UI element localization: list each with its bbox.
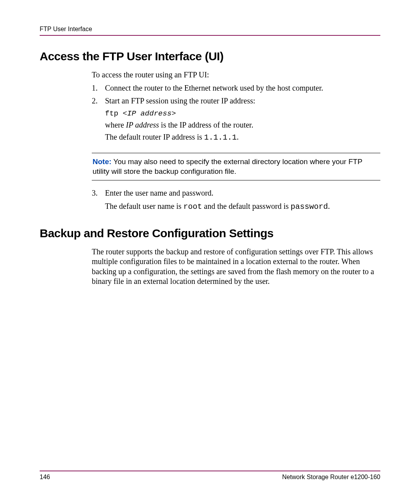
heading-access-ftp: Access the FTP User Interface (UI) <box>40 50 380 63</box>
where-ip: IP address <box>126 121 159 129</box>
creds-pre: The default user name is <box>105 202 184 210</box>
creds-pass: password <box>290 202 328 211</box>
step-1-text: Connect the router to the Ethernet netwo… <box>105 83 380 93</box>
note-label: Note: <box>93 158 112 166</box>
step-2-text: Start an FTP session using the router IP… <box>105 96 380 106</box>
ftp-cmd: ftp <box>105 109 123 118</box>
where-post: is the IP address of the router. <box>159 121 254 129</box>
page-number: 146 <box>40 474 50 481</box>
where-line: where IP address is the IP address of th… <box>105 120 380 130</box>
default-ip-line: The default router IP address is 1.1.1.1… <box>105 132 380 143</box>
step-3-num: 3. <box>92 188 105 198</box>
step-2: 2. Start an FTP session using the router… <box>92 96 380 106</box>
default-ip-val: 1.1.1.1 <box>204 133 237 142</box>
credentials-line: The default user name is root and the de… <box>105 201 380 212</box>
ftp-arg: <IP address> <box>123 109 176 118</box>
default-ip-pre: The default router IP address is <box>105 133 204 141</box>
creds-mid: and the default password is <box>202 202 291 210</box>
backup-restore-para: The router supports the backup and resto… <box>92 247 380 287</box>
heading-backup-restore: Backup and Restore Configuration Setting… <box>40 227 380 240</box>
footer-rule <box>40 471 380 471</box>
ftp-command: ftp <IP address> <box>105 109 380 118</box>
step-1-num: 1. <box>92 83 105 93</box>
page: FTP User Interface Access the FTP User I… <box>0 0 420 504</box>
header-rule <box>40 35 380 36</box>
step-2-num: 2. <box>92 96 105 106</box>
step-3-text: Enter the user name and password. <box>105 188 380 198</box>
intro-text: To access the router using an FTP UI: <box>92 70 380 80</box>
step-1: 1. Connect the router to the Ethernet ne… <box>92 83 380 93</box>
default-ip-post: . <box>237 133 239 141</box>
creds-user: root <box>184 202 202 211</box>
note-block: Note: You may also need to specify the e… <box>92 153 380 180</box>
doc-title: Network Storage Router e1200-160 <box>282 474 380 481</box>
footer: 146 Network Storage Router e1200-160 <box>40 471 380 481</box>
where-pre: where <box>105 121 126 129</box>
running-header: FTP User Interface <box>40 26 380 33</box>
creds-post: . <box>328 202 330 210</box>
footer-line: 146 Network Storage Router e1200-160 <box>40 474 380 481</box>
note-text: You may also need to specify the externa… <box>93 158 362 175</box>
step-3: 3. Enter the user name and password. <box>92 188 380 198</box>
